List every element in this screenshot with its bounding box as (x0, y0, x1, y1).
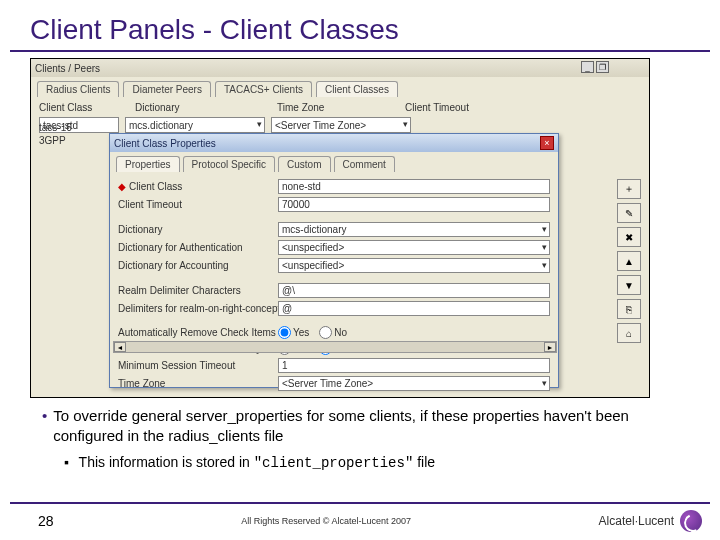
input-realm-delim[interactable]: @\ (278, 283, 550, 298)
label-min-session: Minimum Session Timeout (118, 360, 278, 371)
maximize-button[interactable]: ❐ (596, 61, 609, 73)
footer-divider (10, 502, 710, 504)
col-client-class: Client Class (39, 102, 129, 113)
sub-bullet-pre: This information is stored in (79, 454, 254, 470)
input-min-session[interactable]: 1 (278, 358, 550, 373)
input-dict-auth[interactable]: <unspecified> (278, 240, 550, 255)
bullet-dot-icon: • (42, 406, 47, 447)
dialog-title: Client Class Properties (114, 138, 216, 149)
input-client-class[interactable]: none-std (278, 179, 550, 194)
col-dictionary: Dictionary (135, 102, 225, 113)
dialog-tabs: Properties Protocol Specific Custom Comm… (110, 152, 558, 172)
class-list: tacs-16 3GPP (37, 121, 99, 147)
scroll-right-icon[interactable]: ► (544, 342, 556, 352)
window-controls: _ ❐ (581, 61, 609, 73)
page-number: 28 (38, 513, 54, 529)
bullet-text-1: To override general server_properties fo… (53, 406, 690, 447)
window-titlebar: Clients / Peers (31, 59, 649, 77)
bullet-list: • To override general server_properties … (42, 406, 690, 472)
dialog-body: ◆Client Class none-std Client Timeout 70… (110, 172, 558, 398)
header-timezone-dropdown[interactable]: <Server Time Zone> (271, 117, 411, 133)
radio-auto-remove-no[interactable]: No (319, 326, 347, 339)
bullet-square-icon: ▪ (64, 454, 69, 470)
slide-footer: 28 All Rights Reserved © Alcatel-Lucent … (0, 510, 720, 532)
dialog-titlebar: Client Class Properties × (110, 134, 558, 152)
list-item[interactable]: tacs-16 (37, 121, 99, 134)
main-tab-bar: Radius Clients Diameter Peers TACACS+ Cl… (31, 77, 649, 97)
window-title: Clients / Peers (35, 63, 100, 74)
scroll-left-icon[interactable]: ◄ (114, 342, 126, 352)
copy-icon[interactable]: ⎘ (617, 299, 641, 319)
label-auto-remove: Automatically Remove Check Items (118, 327, 278, 338)
label-client-class: ◆Client Class (118, 181, 278, 192)
app-screenshot: Clients / Peers _ ❐ Radius Clients Diame… (30, 58, 650, 398)
tab-radius-clients[interactable]: Radius Clients (37, 81, 119, 97)
tab-diameter-peers[interactable]: Diameter Peers (123, 81, 210, 97)
dlg-tab-custom[interactable]: Custom (278, 156, 330, 172)
radio-auto-remove-yes[interactable]: Yes (278, 326, 309, 339)
label-dictionary: Dictionary (118, 224, 278, 235)
header-dictionary-dropdown[interactable]: mcs.dictionary (125, 117, 265, 133)
label-time-zone: Time Zone (118, 378, 278, 389)
list-item[interactable]: 3GPP (37, 134, 99, 147)
delete-icon[interactable]: ✖ (617, 227, 641, 247)
copyright: All Rights Reserved © Alcatel-Lucent 200… (54, 516, 599, 526)
input-time-zone[interactable]: <Server Time Zone> (278, 376, 550, 391)
input-client-timeout[interactable]: 70000 (278, 197, 550, 212)
label-client-timeout: Client Timeout (118, 199, 278, 210)
side-toolbar: ＋ ✎ ✖ ▲ ▼ ⎘ ⌂ (617, 179, 643, 343)
minimize-button[interactable]: _ (581, 61, 594, 73)
home-icon[interactable]: ⌂ (617, 323, 641, 343)
label-realm-delim: Realm Delimiter Characters (118, 285, 278, 296)
horizontal-scrollbar[interactable]: ◄ ► (113, 341, 557, 353)
close-icon[interactable]: × (540, 136, 554, 150)
sub-bullet-code: "client_properties" (254, 455, 414, 471)
move-up-icon[interactable]: ▲ (617, 251, 641, 271)
move-down-icon[interactable]: ▼ (617, 275, 641, 295)
page-title: Client Panels - Client Classes (0, 0, 720, 50)
tab-tacacs-clients[interactable]: TACACS+ Clients (215, 81, 312, 97)
brand-logo-icon (680, 510, 702, 532)
brand: Alcatel·Lucent (599, 510, 702, 532)
sub-bullet-post: file (413, 454, 435, 470)
input-dictionary[interactable]: mcs-dictionary (278, 222, 550, 237)
col-timezone: Time Zone (277, 102, 367, 113)
add-icon[interactable]: ＋ (617, 179, 641, 199)
dlg-tab-comment[interactable]: Comment (334, 156, 395, 172)
tab-client-classes[interactable]: Client Classes (316, 81, 398, 97)
brand-name: Alcatel·Lucent (599, 514, 674, 528)
label-dict-acct: Dictionary for Accounting (118, 260, 278, 271)
title-underline (10, 50, 710, 52)
label-dict-auth: Dictionary for Authentication (118, 242, 278, 253)
input-dict-acct[interactable]: <unspecified> (278, 258, 550, 273)
dlg-tab-properties[interactable]: Properties (116, 156, 180, 172)
input-delim-right[interactable]: @ (278, 301, 550, 316)
edit-icon[interactable]: ✎ (617, 203, 641, 223)
dlg-tab-protocol[interactable]: Protocol Specific (183, 156, 275, 172)
col-timeout: Client Timeout (405, 102, 495, 113)
label-delim-right: Delimiters for realm-on-right-concepts (118, 303, 278, 314)
